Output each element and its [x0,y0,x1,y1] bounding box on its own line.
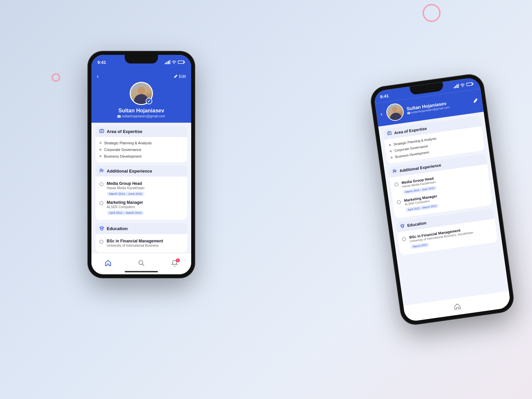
education-header-1: Education [95,223,187,234]
profile-email-1: sultanhojaniasev@gmail.com [117,114,165,118]
edu-dot-0 [99,240,103,244]
back-button-1[interactable]: ‹ [97,73,99,80]
phone1-content[interactable]: Area of Expertise Strategic Planning & A… [91,123,191,269]
exp-item-0: Media Group Head Havas Media Kazakhstan … [99,179,183,198]
education-title-2: Education [407,220,427,228]
avatar-1 [130,82,153,105]
status-time-2: 9:41 [380,93,389,99]
notification-badge-1: 1 [176,258,180,262]
status-icons-1 [165,60,185,64]
exp-details2-0: Media Group Head Havas Media Kazakhstan … [401,176,437,195]
scene: 9:41 ‹ Edit [0,0,532,399]
additional-exp-icon-1 [99,168,104,174]
svg-rect-2 [168,61,169,64]
profile-name-1: Sultan Hojaniasev [118,108,164,114]
svg-rect-15 [454,87,455,88]
expertise-icon-1 [99,129,104,134]
edit-button-2[interactable] [473,98,478,104]
exp-details2-1: Marketing Manager ALSER Computers April … [404,194,439,212]
svg-rect-16 [455,86,456,88]
avatar-2 [385,102,405,122]
phone2-content[interactable]: Area of Expertise Strategic Planning & A… [378,112,511,322]
additional-exp-body-1: Media Group Head Havas Media Kazakhstan … [95,177,187,220]
status-icons-2 [453,82,474,88]
expertise-title-1: Area of Expertise [107,129,142,134]
expertise-item-0: Strategic Planning & Analysis [99,140,183,146]
exp-item-1: Marketing Manager ALSER Computers April … [99,198,183,217]
svg-rect-7 [179,61,184,64]
phone1-inner: 9:41 ‹ Edit [91,55,191,274]
deco-circle-pink-top [423,4,441,22]
svg-rect-21 [473,83,474,84]
expertise-header-1: Area of Expertise [95,126,187,137]
expertise-card-1: Area of Expertise Strategic Planning & A… [95,126,187,162]
nameblock-2: Sultan Hojaniasev sultanhojaniasev@gmail… [406,97,471,115]
edit-button-1[interactable]: Edit [174,74,186,79]
home-icon-2[interactable] [453,302,462,311]
additional-exp-card-1: Additional Experience Media Group Head H… [95,166,187,220]
svg-rect-17 [456,84,458,88]
deco-circle-pink-left [52,73,60,82]
svg-line-25 [388,133,391,133]
svg-line-14 [142,264,144,266]
expertise-dot2-0 [389,144,391,146]
additional-exp-card-2: Additional Experience Media Group Head H… [388,154,493,219]
profile-header-1: ‹ Edit Sultan Hojaniasev [91,69,191,123]
edu-details-0: BSc in Financial Management University o… [107,239,163,248]
header-nav-1: ‹ Edit [97,73,186,80]
expertise-dot-1 [99,149,101,151]
education-icon-2 [400,223,405,229]
battery-icon-2 [466,82,474,87]
status-time-1: 9:41 [97,60,106,65]
expertise-dot-0 [99,142,101,144]
timeline-dot2-1 [397,200,401,204]
timeline-dot-1 [99,201,103,205]
svg-rect-6 [185,62,185,63]
additional-exp-header-1: Additional Experience [95,166,187,177]
education-title-1: Education [107,226,128,231]
home-bar-1 [125,271,158,272]
timeline-dot-0 [99,182,103,186]
back-button-2[interactable]: ‹ [380,110,383,118]
education-card-1: Education BSc in Financial Management Un… [95,223,187,252]
expertise-dot-2 [99,155,101,157]
svg-rect-3 [170,60,171,64]
edu-details2-0: BSc in Financial Management University o… [409,226,474,249]
svg-point-4 [174,63,175,64]
notification-nav-icon-1[interactable]: 1 [171,259,178,268]
svg-rect-1 [167,62,168,64]
svg-rect-0 [165,63,166,64]
timeline-dot2-0 [394,182,399,187]
expertise-icon-2 [387,131,392,137]
search-nav-icon-1[interactable] [138,259,145,268]
svg-line-26 [388,134,390,134]
expertise-dot2-2 [391,156,393,159]
battery-icon-1 [178,60,185,64]
additional-exp-title-1: Additional Experience [107,169,152,174]
expertise-title-2: Area of Expertise [394,126,427,135]
notch1 [125,55,158,64]
phone2: 9:41 ‹ Sultan Hojaniasev sultanhojaniase… [370,73,515,326]
expertise-dot2-1 [390,150,392,152]
exp-details-1: Marketing Manager ALSER Computers April … [107,200,144,215]
svg-rect-18 [458,84,459,88]
education-body-1: BSc in Financial Management University o… [95,234,187,252]
exp-details-0: Media Group Head Havas Media Kazakhstan … [107,181,145,196]
signal-icon-2 [453,84,459,88]
signal-icon-1 [165,60,170,64]
expertise-body-1: Strategic Planning & Analysis Corporate … [95,137,187,162]
svg-point-19 [462,86,463,87]
expertise-item-2: Business Development [99,153,183,160]
wifi-icon-1 [172,60,177,64]
edu-item-0: BSc in Financial Management University o… [99,237,183,250]
wifi-icon-2 [460,83,466,87]
additional-exp-icon-2 [392,169,397,175]
education-icon-1 [99,226,104,231]
home-nav-icon-1[interactable] [104,259,112,268]
phone1: 9:41 ‹ Edit [88,52,195,278]
phone2-inner: 9:41 ‹ Sultan Hojaniasev sultanhojaniase… [373,77,511,322]
expertise-item-1: Corporate Governance [99,146,183,153]
avatar-badge-1 [146,98,152,104]
edu-dot2-0 [402,237,407,241]
